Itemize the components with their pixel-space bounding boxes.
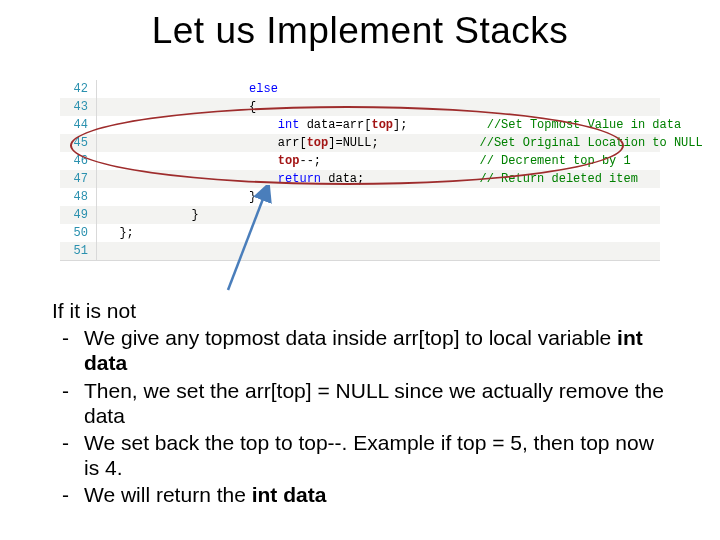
line-number: 44: [60, 116, 97, 134]
line-number: 45: [60, 134, 97, 152]
line-number: 43: [60, 98, 97, 116]
code-line: 47 return data; // Return deleted item: [60, 170, 660, 188]
line-number: 46: [60, 152, 97, 170]
code-content: {: [97, 98, 256, 116]
code-content: else: [97, 80, 278, 98]
code-line: 48 }: [60, 188, 660, 206]
line-number: 42: [60, 80, 97, 98]
code-content: top--; // Decrement top by 1: [97, 152, 631, 170]
code-content: arr[top]=NULL; //Set Original Location t…: [97, 134, 703, 152]
code-line: 50 };: [60, 224, 660, 242]
explain-list: We give any topmost data inside arr[top]…: [52, 325, 672, 507]
code-line: 49 }: [60, 206, 660, 224]
code-content: };: [97, 224, 134, 242]
explain-lead: If it is not: [52, 298, 672, 323]
code-line: 44 int data=arr[top]; //Set Topmost Valu…: [60, 116, 660, 134]
code-line: 43 {: [60, 98, 660, 116]
explain-item: We set back the top to top--. Example if…: [80, 430, 672, 480]
explain-item: We give any topmost data inside arr[top]…: [80, 325, 672, 375]
line-number: 49: [60, 206, 97, 224]
code-line: 46 top--; // Decrement top by 1: [60, 152, 660, 170]
code-content: }: [97, 188, 256, 206]
code-content: int data=arr[top]; //Set Topmost Value i…: [97, 116, 681, 134]
line-number: 48: [60, 188, 97, 206]
slide-title: Let us Implement Stacks: [0, 10, 720, 52]
line-number: 51: [60, 242, 97, 260]
explain-item: Then, we set the arr[top] = NULL since w…: [80, 378, 672, 428]
code-line: 45 arr[top]=NULL; //Set Original Locatio…: [60, 134, 660, 152]
line-number: 50: [60, 224, 97, 242]
explanation-text: If it is not We give any topmost data in…: [52, 298, 672, 510]
code-content: return data; // Return deleted item: [97, 170, 638, 188]
code-block: 42 else43 {44 int data=arr[top]; //Set T…: [60, 80, 660, 261]
code-line: 51: [60, 242, 660, 261]
code-content: }: [97, 206, 199, 224]
code-line: 42 else: [60, 80, 660, 98]
explain-item: We will return the int data: [80, 482, 672, 507]
line-number: 47: [60, 170, 97, 188]
